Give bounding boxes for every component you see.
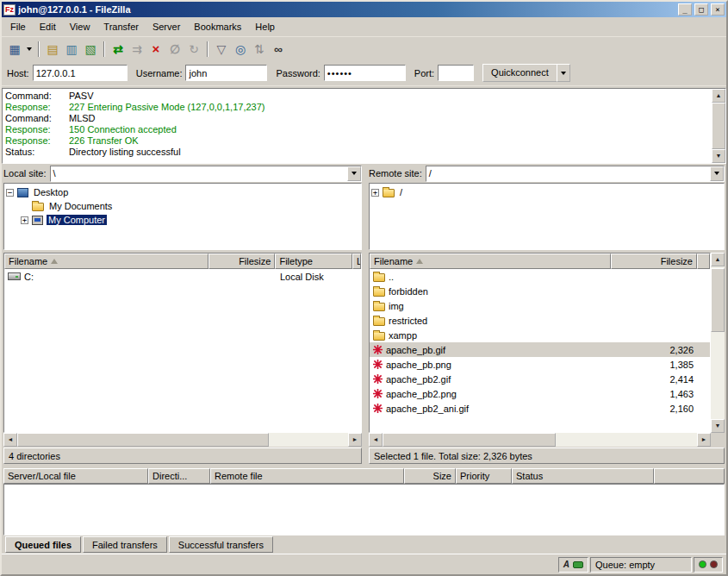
column-header-size[interactable]: Size (404, 468, 456, 484)
port-input[interactable] (438, 65, 474, 81)
scroll-up-icon[interactable]: ▲ (712, 89, 725, 103)
disconnect-button[interactable]: ∅ (165, 40, 184, 59)
remote-file-row[interactable]: apache_pb2.gif 2,414 (370, 372, 710, 386)
expand-icon[interactable] (371, 189, 379, 197)
remote-file-row[interactable]: xampp (370, 328, 710, 342)
file-type: Local Disk (277, 272, 354, 282)
column-header-last-modified[interactable]: L (352, 254, 361, 269)
remote-file-row[interactable]: img (370, 298, 710, 313)
cancel-button[interactable]: × (146, 40, 165, 59)
reconnect-button[interactable]: ↻ (184, 40, 203, 59)
maximize-button[interactable]: □ (694, 3, 708, 16)
menu-help[interactable]: Help (248, 18, 282, 35)
menu-view[interactable]: View (63, 18, 97, 35)
tab-failed-transfers[interactable]: Failed transfers (83, 536, 167, 553)
process-queue-button[interactable]: ⇉ (128, 40, 146, 59)
local-file-row[interactable]: C: Local Disk (4, 269, 361, 284)
tab-queued-files[interactable]: Queued files (5, 536, 81, 553)
site-manager-button[interactable]: ▦ (5, 40, 24, 59)
remote-site-combo[interactable]: / (426, 166, 725, 182)
menu-transfer[interactable]: Transfer (96, 18, 146, 35)
speedlimit-icon[interactable] (573, 561, 583, 568)
remote-file-row-selected[interactable]: apache_pb.gif 2,326 (370, 342, 710, 357)
tree-item-desktop[interactable]: Desktop (6, 185, 359, 199)
remote-horizontal-scrollbar[interactable]: ◄ ► (369, 433, 725, 447)
toggle-message-log-button[interactable]: ▤ (43, 40, 62, 59)
scrollbar-thumb[interactable] (711, 268, 725, 332)
remote-file-row[interactable]: restricted (370, 313, 710, 328)
column-header-remote-file[interactable]: Remote file (210, 468, 404, 484)
filter-button[interactable]: ▽ (212, 40, 231, 59)
column-header-filesize[interactable]: Filesize (611, 254, 697, 269)
chevron-down-icon (561, 72, 566, 75)
refresh-button[interactable]: ⇄ (109, 40, 128, 59)
column-header-filesize[interactable]: Filesize (208, 254, 276, 269)
column-header-server-local-file[interactable]: Server/Local file (3, 468, 148, 484)
remote-vertical-scrollbar[interactable]: ▲ ▼ (711, 253, 725, 433)
scrollbar-track[interactable] (17, 433, 348, 447)
chevron-down-icon (714, 172, 719, 175)
log-scrollbar[interactable]: ▲ ▼ (712, 89, 725, 163)
transfer-queue: Server/Local file Directi... Remote file… (2, 468, 726, 535)
site-manager-dropdown[interactable] (24, 40, 34, 59)
tree-item-my-documents[interactable]: My Documents (6, 199, 359, 213)
collapse-icon[interactable] (6, 189, 14, 197)
desktop-icon (17, 188, 28, 197)
log-prefix: Status: (5, 147, 69, 158)
combo-dropdown-button[interactable] (710, 166, 724, 181)
scrollbar-thumb[interactable] (712, 103, 725, 149)
toggle-transfer-queue-button[interactable]: ▧ (81, 40, 100, 59)
tree-item-root[interactable]: / (371, 185, 722, 199)
scroll-right-icon[interactable]: ► (348, 433, 362, 447)
menu-file[interactable]: File (3, 18, 33, 35)
menu-edit[interactable]: Edit (33, 18, 63, 35)
remote-file-row[interactable]: .. (370, 269, 710, 284)
chevron-down-icon (352, 172, 357, 175)
scrollbar-track[interactable] (711, 266, 725, 419)
scroll-down-icon[interactable]: ▼ (712, 149, 725, 163)
close-button[interactable]: × (711, 3, 725, 16)
column-header-direction[interactable]: Directi... (148, 468, 210, 484)
username-input[interactable] (185, 65, 267, 81)
title-bar[interactable]: Fz john@127.0.0.1 - FileZilla _ □ × (2, 2, 726, 17)
local-horizontal-scrollbar[interactable]: ◄ ► (3, 433, 362, 447)
synchronized-browsing-button[interactable]: ⇅ (250, 40, 269, 59)
queue-list[interactable] (3, 484, 725, 535)
remote-directory-tree: / (369, 183, 725, 250)
tab-successful-transfers[interactable]: Successful transfers (169, 536, 273, 553)
remote-file-row[interactable]: forbidden (370, 284, 710, 298)
remote-file-row[interactable]: apache_pb.png 1,385 (370, 357, 710, 372)
column-header-filetype[interactable]: Filetype (275, 254, 352, 269)
toggle-directory-trees-button[interactable]: ▥ (62, 40, 81, 59)
directory-comparison-button[interactable]: ◎ (231, 40, 250, 59)
image-file-icon (373, 360, 383, 369)
password-input[interactable] (324, 65, 406, 81)
remote-file-row[interactable]: apache_pb2_ani.gif 2,160 (370, 401, 710, 416)
scrollbar-thumb[interactable] (383, 433, 556, 447)
menu-bookmarks[interactable]: Bookmarks (187, 18, 248, 35)
menu-server[interactable]: Server (146, 18, 187, 35)
find-files-button[interactable]: ∞ (269, 40, 288, 59)
tree-item-label: My Documents (47, 201, 114, 211)
scroll-left-icon[interactable]: ◄ (369, 433, 383, 447)
minimize-button[interactable]: _ (678, 3, 692, 16)
scroll-right-icon[interactable]: ► (697, 433, 711, 447)
scroll-left-icon[interactable]: ◄ (3, 433, 17, 447)
quickconnect-button[interactable]: Quickconnect (482, 64, 557, 82)
column-header-filename[interactable]: Filename (4, 254, 208, 269)
tree-item-my-computer[interactable]: My Computer (6, 213, 359, 227)
scrollbar-thumb[interactable] (17, 433, 269, 447)
combo-dropdown-button[interactable] (347, 166, 361, 181)
quickconnect-dropdown[interactable] (557, 64, 570, 82)
scroll-down-icon[interactable]: ▼ (711, 419, 725, 433)
expand-icon[interactable] (21, 216, 28, 224)
scrollbar-track[interactable] (712, 103, 725, 149)
scrollbar-track[interactable] (383, 433, 697, 447)
remote-file-row[interactable]: apache_pb2.png 1,463 (370, 386, 710, 401)
host-input[interactable] (33, 65, 128, 81)
scroll-up-icon[interactable]: ▲ (711, 253, 725, 266)
local-site-combo[interactable]: \ (50, 166, 362, 182)
column-header-priority[interactable]: Priority (456, 468, 512, 484)
column-header-status[interactable]: Status (512, 468, 654, 484)
column-header-filename[interactable]: Filename (370, 254, 611, 269)
